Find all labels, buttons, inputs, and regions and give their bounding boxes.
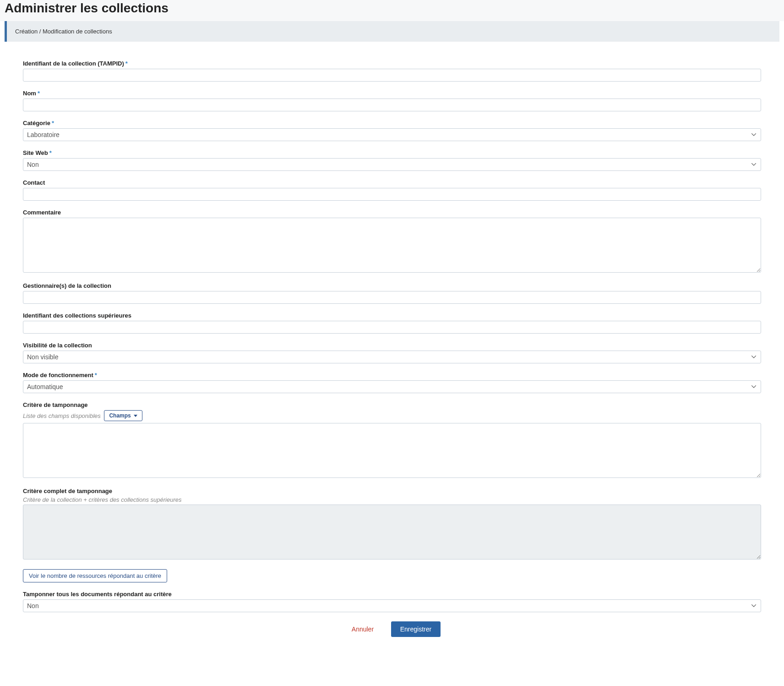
required-star: * — [38, 90, 40, 97]
input-ident-sup[interactable] — [23, 321, 761, 334]
field-gestionnaires: Gestionnaire(s) de la collection — [23, 282, 761, 304]
champs-dropdown-button[interactable]: Champs — [104, 410, 142, 421]
voir-nombre-button[interactable]: Voir le nombre de ressources répondant a… — [23, 569, 167, 582]
label-critere: Critère de tamponnage — [23, 401, 761, 408]
select-categorie[interactable]: Laboratoire — [23, 128, 761, 141]
required-star: * — [49, 149, 52, 156]
field-contact: Contact — [23, 179, 761, 201]
required-star: * — [52, 120, 54, 126]
page-title-bar: Administrer les collections — [0, 0, 784, 21]
helper-critere-complet: Critère de la collection + critères des … — [23, 496, 759, 503]
field-critere: Critère de tamponnage Liste des champs d… — [23, 401, 761, 479]
page-title: Administrer les collections — [5, 1, 779, 16]
label-visibilite: Visibilité de la collection — [23, 342, 761, 349]
required-star: * — [95, 372, 97, 379]
field-visibilite: Visibilité de la collection Non visible — [23, 342, 761, 363]
label-categorie: Catégorie* — [23, 120, 761, 126]
label-nom: Nom* — [23, 90, 761, 97]
cancel-button[interactable]: Annuler — [343, 622, 382, 637]
label-gestionnaires: Gestionnaire(s) de la collection — [23, 282, 761, 289]
select-tamponner[interactable]: Non — [23, 599, 761, 612]
field-commentaire: Commentaire — [23, 209, 761, 274]
page-subheader: Création / Modification de collections — [5, 21, 779, 42]
label-commentaire: Commentaire — [23, 209, 761, 216]
select-siteweb[interactable]: Non — [23, 158, 761, 171]
label-ident-sup: Identifiant des collections supérieures — [23, 312, 761, 319]
field-critere-complet: Critère complet de tamponnage Critère de… — [23, 488, 761, 561]
textarea-critere[interactable] — [23, 423, 761, 478]
caret-down-icon — [134, 415, 137, 417]
input-gestionnaires[interactable] — [23, 291, 761, 304]
field-categorie: Catégorie* Laboratoire — [23, 120, 761, 141]
textarea-critere-complet — [23, 505, 761, 560]
field-mode: Mode de fonctionnement* Automatique — [23, 372, 761, 393]
button-row: Annuler Enregistrer — [23, 621, 761, 637]
select-mode[interactable]: Automatique — [23, 380, 761, 393]
label-tamponner: Tamponner tous les documents répondant a… — [23, 591, 761, 598]
label-contact: Contact — [23, 179, 761, 186]
save-button[interactable]: Enregistrer — [391, 621, 441, 637]
helper-critere: Liste des champs disponibles — [23, 412, 101, 419]
form-container: Identifiant de la collection (TAMPID)* N… — [0, 42, 784, 651]
field-siteweb: Site Web* Non — [23, 149, 761, 171]
input-tampid[interactable] — [23, 69, 761, 82]
required-star: * — [125, 60, 128, 67]
textarea-commentaire[interactable] — [23, 218, 761, 273]
field-nom: Nom* — [23, 90, 761, 111]
input-contact[interactable] — [23, 188, 761, 201]
input-nom[interactable] — [23, 99, 761, 111]
field-tamponner: Tamponner tous les documents répondant a… — [23, 591, 761, 612]
label-mode: Mode de fonctionnement* — [23, 372, 761, 379]
field-ident-sup: Identifiant des collections supérieures — [23, 312, 761, 334]
field-tampid: Identifiant de la collection (TAMPID)* — [23, 60, 761, 82]
label-tampid: Identifiant de la collection (TAMPID)* — [23, 60, 761, 67]
select-visibilite[interactable]: Non visible — [23, 351, 761, 363]
label-critere-complet: Critère complet de tamponnage — [23, 488, 761, 494]
label-siteweb: Site Web* — [23, 149, 761, 156]
